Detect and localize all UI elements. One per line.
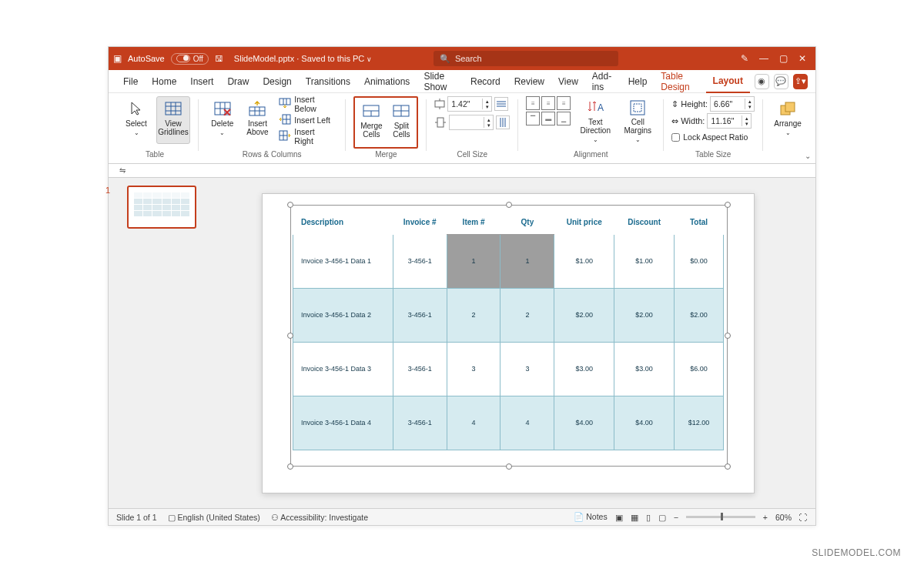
merge-cells-icon — [363, 102, 380, 119]
slide-canvas[interactable]: Description Invoice # Item # Qty Unit pr… — [201, 178, 815, 508]
share-button[interactable]: ⇪▾ — [793, 74, 808, 89]
status-bar: Slide 1 of 1 ▢ English (United States) ⚇… — [109, 508, 815, 525]
merge-cells-button[interactable]: Merge Cells — [356, 99, 387, 146]
distribute-rows-icon[interactable] — [494, 97, 508, 111]
view-gridlines-button[interactable]: View Gridlines — [156, 96, 190, 144]
record-indicator-button[interactable]: ◉ — [755, 74, 769, 89]
insert-right-icon — [279, 130, 291, 142]
tab-file[interactable]: File — [116, 70, 145, 93]
tab-home[interactable]: Home — [145, 70, 183, 93]
svg-rect-15 — [280, 99, 290, 105]
table-height-input[interactable]: 6.66"▴▾ — [710, 96, 755, 112]
distribute-cols-icon[interactable] — [496, 115, 510, 129]
minimize-button[interactable]: — — [759, 53, 768, 64]
svg-rect-30 — [435, 101, 444, 107]
insert-left-icon — [279, 114, 291, 126]
align-bottom-icon: ▁ — [557, 112, 571, 125]
arrange-button[interactable]: Arrange⌄ — [771, 96, 805, 144]
pen-icon[interactable]: ✎ — [741, 53, 748, 64]
selection-frame[interactable] — [290, 205, 728, 467]
delete-table-icon — [214, 100, 231, 117]
quick-access-row: ⇋ — [109, 164, 815, 178]
text-direction-button[interactable]: A Text Direction⌄ — [577, 96, 614, 144]
insert-below-icon — [279, 98, 291, 110]
tab-record[interactable]: Record — [464, 70, 507, 93]
notes-button[interactable]: 📄 Notes — [574, 512, 607, 522]
arrange-icon — [779, 100, 796, 117]
alignment-grid[interactable]: ≡≡≡ ▔▬▁ — [526, 96, 571, 125]
fit-to-window-icon[interactable]: ⛶ — [799, 513, 808, 522]
autosave-label: AutoSave — [128, 54, 165, 63]
tab-addins[interactable]: Add-ins — [585, 70, 621, 93]
group-rows-columns: Delete⌄ Insert Above Insert Below Insert… — [202, 96, 342, 163]
group-table: Select⌄ View Gridlines Table — [115, 96, 195, 163]
document-title[interactable]: SlideModel.pptx · Saved to this PC ∨ — [234, 54, 372, 63]
accessibility-button[interactable]: ⚇ Accessibility: Investigate — [271, 513, 368, 522]
gridlines-icon — [165, 100, 182, 117]
close-button[interactable]: ✕ — [798, 53, 806, 64]
insert-below-button[interactable]: Insert Below — [276, 96, 337, 112]
insert-right-button[interactable]: Insert Right — [276, 129, 337, 144]
table-width-input[interactable]: 11.16"▴▾ — [707, 113, 752, 129]
delete-button[interactable]: Delete⌄ — [206, 96, 239, 144]
align-middle-icon: ▬ — [541, 112, 555, 125]
search-input[interactable]: 🔍 Search — [434, 51, 618, 66]
thumb-number: 1 — [105, 186, 110, 195]
tab-transitions[interactable]: Transitions — [299, 70, 357, 93]
view-sorter-icon[interactable]: ▦ — [631, 513, 638, 522]
split-cells-button[interactable]: Split Cells — [387, 99, 416, 146]
tab-view[interactable]: View — [551, 70, 585, 93]
align-center-icon: ≡ — [541, 96, 555, 110]
insert-left-button[interactable]: Insert Left — [276, 112, 337, 128]
group-cell-size: 1.42"▴▾ ▴▾ Cell Size — [430, 96, 514, 163]
tab-insert[interactable]: Insert — [183, 70, 220, 93]
tab-table-design[interactable]: Table Design — [654, 70, 705, 93]
autosave-toggle[interactable]: Off — [171, 53, 209, 65]
lock-aspect-checkbox[interactable]: Lock Aspect Ratio — [671, 130, 755, 144]
tab-design[interactable]: Design — [256, 70, 298, 93]
insert-above-button[interactable]: Insert Above — [242, 96, 274, 144]
cell-margins-button[interactable]: Cell Margins⌄ — [620, 96, 655, 144]
slide: Description Invoice # Item # Qty Unit pr… — [262, 193, 755, 493]
zoom-out-button[interactable]: − — [674, 513, 678, 522]
svg-rect-40 — [634, 104, 641, 112]
zoom-level[interactable]: 60% — [775, 513, 792, 522]
slide-counter[interactable]: Slide 1 of 1 — [116, 513, 157, 522]
align-left-icon: ≡ — [526, 96, 540, 110]
group-table-size: ⇕ Height: 6.66"▴▾ ⇔ Width: 11.16"▴▾ Lock… — [667, 96, 759, 163]
select-button[interactable]: Select⌄ — [119, 96, 153, 144]
search-icon: 🔍 — [440, 54, 450, 64]
col-width-input[interactable]: ▴▾ — [449, 115, 494, 130]
app-icon: ▣ — [113, 53, 122, 64]
svg-rect-42 — [785, 102, 795, 112]
watermark: SLIDEMODEL.COM — [812, 547, 901, 558]
view-slideshow-icon[interactable]: ▢ — [658, 513, 666, 522]
row-height-input[interactable]: 1.42"▴▾ — [447, 96, 492, 112]
tab-draw[interactable]: Draw — [220, 70, 256, 93]
collapse-ribbon-button[interactable]: ⌄ — [805, 152, 811, 160]
work-area: 1 — [109, 178, 815, 508]
svg-text:A: A — [598, 102, 604, 113]
zoom-in-button[interactable]: + — [763, 513, 768, 522]
align-top-icon: ▔ — [526, 112, 540, 125]
ribbon-tabs: File Home Insert Draw Design Transitions… — [109, 70, 815, 93]
powerpoint-window: ▣ AutoSave Off 🖫 SlideModel.pptx · Saved… — [108, 46, 816, 526]
comments-button[interactable]: 💬 — [774, 74, 788, 89]
view-reading-icon[interactable]: ▯ — [646, 513, 651, 522]
merge-highlight: Merge Cells Split Cells — [353, 96, 418, 149]
tab-layout[interactable]: Layout — [706, 70, 750, 93]
slide-thumbnail-1[interactable] — [127, 186, 196, 229]
tab-slideshow[interactable]: Slide Show — [417, 70, 464, 93]
maximize-button[interactable]: ▢ — [779, 53, 788, 64]
language-button[interactable]: ▢ English (United States) — [168, 513, 260, 522]
view-normal-icon[interactable]: ▣ — [615, 513, 623, 522]
qat-customize-icon[interactable]: ⇋ — [119, 166, 126, 175]
save-icon[interactable]: 🖫 — [215, 54, 223, 63]
width-icon: ⇔ — [671, 116, 678, 126]
tab-animations[interactable]: Animations — [357, 70, 417, 93]
zoom-slider[interactable] — [686, 516, 755, 518]
svg-rect-39 — [631, 101, 644, 115]
tab-help[interactable]: Help — [621, 70, 654, 93]
tab-review[interactable]: Review — [507, 70, 551, 93]
align-right-icon: ≡ — [557, 96, 571, 110]
